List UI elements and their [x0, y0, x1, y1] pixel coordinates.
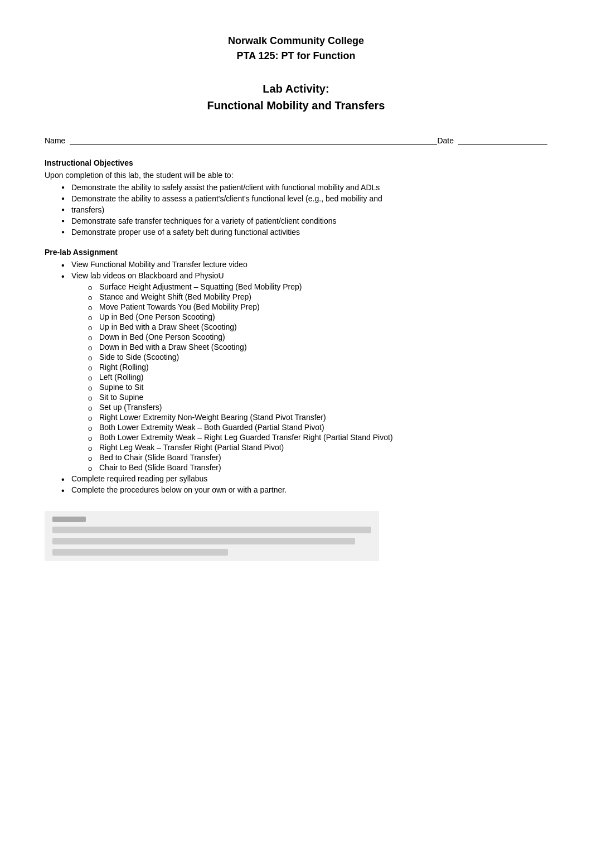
list-item: Complete the procedures below on your ow… [61, 485, 547, 494]
page: Norwalk Community College PTA 125: PT fo… [0, 0, 592, 868]
date-underline [458, 144, 547, 145]
list-item: Bed to Chair (Slide Board Transfer) [88, 453, 547, 462]
list-item: transfers) [61, 205, 547, 214]
instructional-objectives-title: Instructional Objectives [45, 158, 547, 167]
institution-name: Norwalk Community College PTA 125: PT fo… [45, 33, 547, 64]
pre-lab-list: View Functional Mobility and Transfer le… [45, 260, 547, 494]
lab-activity-text: Lab Activity: [45, 80, 547, 97]
list-item: Surface Height Adjustment – Squatting (B… [88, 282, 547, 291]
name-date-row: Name Date [45, 131, 547, 145]
institution-line: Norwalk Community College [45, 33, 547, 49]
list-item: Both Lower Extremity Weak – Right Leg Gu… [88, 433, 547, 442]
list-item: Demonstrate the ability to safely assist… [61, 183, 547, 192]
list-item: Demonstrate the ability to assess a pati… [61, 194, 547, 203]
list-item: Set up (Transfers) [88, 403, 547, 412]
list-item: Complete required reading per syllabus [61, 474, 547, 483]
list-item: Up in Bed with a Draw Sheet (Scooting) [88, 322, 547, 331]
list-item: Side to Side (Scooting) [88, 353, 547, 361]
lab-title-block: Lab Activity: Functional Mobility and Tr… [45, 80, 547, 114]
pre-lab-title: Pre-lab Assignment [45, 248, 547, 257]
list-item: Down in Bed (One Person Scooting) [88, 332, 547, 341]
list-item: Demonstrate proper use of a safety belt … [61, 228, 547, 237]
list-item: Right (Rolling) [88, 363, 547, 372]
list-item: Right Lower Extremity Non-Weight Bearing… [88, 413, 547, 422]
redacted-block [45, 511, 379, 561]
instructional-objectives-list: Demonstrate the ability to safely assist… [45, 183, 547, 237]
header: Norwalk Community College PTA 125: PT fo… [45, 33, 547, 64]
list-item: Right Leg Weak – Transfer Right (Partial… [88, 443, 547, 452]
lab-activity-label: Lab Activity: Functional Mobility and Tr… [45, 80, 547, 114]
date-label: Date [437, 136, 454, 145]
list-item: Left (Rolling) [88, 373, 547, 382]
course-line: PTA 125: PT for Function [45, 49, 547, 64]
list-item: Stance and Weight Shift (Bed Mobility Pr… [88, 292, 547, 301]
name-underline [70, 144, 437, 145]
list-item: View Functional Mobility and Transfer le… [61, 260, 547, 269]
instructional-objectives-section: Instructional Objectives Upon completion… [45, 158, 547, 237]
sub-list: Surface Height Adjustment – Squatting (B… [71, 282, 547, 472]
name-label: Name [45, 136, 65, 145]
date-field: Date [437, 136, 547, 145]
list-item: Move Patient Towards You (Bed Mobility P… [88, 302, 547, 311]
list-item: Down in Bed with a Draw Sheet (Scooting) [88, 343, 547, 351]
list-item: Supine to Sit [88, 383, 547, 392]
redacted-line-2 [52, 538, 355, 544]
pre-lab-section: Pre-lab Assignment View Functional Mobil… [45, 248, 547, 494]
list-item: View lab videos on Blackboard and Physio… [61, 271, 547, 472]
redacted-label [52, 517, 86, 522]
instructional-objectives-intro: Upon completion of this lab, the student… [45, 171, 547, 180]
list-item: Chair to Bed (Slide Board Transfer) [88, 463, 547, 472]
redacted-line-1 [52, 527, 371, 533]
list-item: Sit to Supine [88, 393, 547, 402]
list-item: Both Lower Extremity Weak – Both Guarded… [88, 423, 547, 432]
name-field: Name [45, 136, 437, 145]
lab-activity-title: Functional Mobility and Transfers [45, 97, 547, 114]
redacted-line-3 [52, 549, 228, 556]
list-item: Up in Bed (One Person Scooting) [88, 312, 547, 321]
list-item: Demonstrate safe transfer techniques for… [61, 216, 547, 225]
